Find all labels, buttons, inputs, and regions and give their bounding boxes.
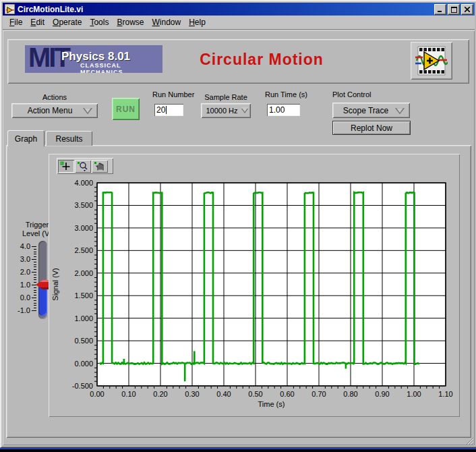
pan-tool-button[interactable] [92, 160, 108, 173]
tab-results[interactable]: Results [46, 131, 92, 146]
signal-graph: 0.000.100.200.300.400.500.600.700.800.90… [49, 154, 460, 417]
slider-scale-label: 2.0 [10, 268, 30, 276]
menu-item-window[interactable]: Window [148, 16, 185, 28]
tab-graph[interactable]: Graph [7, 130, 44, 146]
action-menu-value: Action Menu [28, 106, 73, 115]
slider-scale-label: -1.0 [10, 306, 30, 314]
svg-text:0.30: 0.30 [185, 390, 199, 398]
actions-label: Actions [11, 93, 98, 101]
labview-app-icon [5, 4, 15, 14]
svg-text:0.80: 0.80 [343, 390, 357, 398]
plot-control-value: Scope Trace [343, 106, 388, 115]
run-time-label: Run Time (s) [265, 90, 307, 98]
mit-logo-line2: CLASSICAL MECHANICS [80, 62, 162, 73]
svg-text:0.90: 0.90 [375, 390, 389, 398]
plot-control-dropdown[interactable]: Scope Trace [332, 103, 410, 118]
menu-item-edit[interactable]: Edit [26, 16, 49, 28]
menu-item-file[interactable]: File [5, 16, 26, 28]
dropdown-arrow-icon [241, 109, 248, 113]
replot-now-button[interactable]: Replot Now [332, 121, 411, 135]
svg-text:0.000: 0.000 [74, 360, 93, 368]
svg-text:1.000: 1.000 [74, 314, 93, 322]
svg-text:Signal (V): Signal (V) [51, 268, 59, 300]
svg-text:4.000: 4.000 [74, 179, 93, 187]
svg-text:1.00: 1.00 [407, 390, 421, 398]
menu-bar: FileEditOperateToolsBrowseWindowHelp [3, 16, 475, 30]
mit-logo-line1: Physics 8.01 [61, 50, 130, 63]
svg-text:-0.500: -0.500 [72, 382, 93, 390]
tab-page-graph: Trigger Level (V) 4.03.02.01.00.0-1.0 0.… [6, 145, 471, 438]
mit-logo: MIT Physics 8.01 CLASSICAL MECHANICS [25, 45, 162, 73]
menu-item-operate[interactable]: Operate [49, 16, 86, 28]
svg-text:3.000: 3.000 [74, 224, 93, 232]
page-title: Circular Motion [174, 51, 349, 69]
svg-text:0.20: 0.20 [153, 390, 167, 398]
sample-rate-label: Sample Rate [201, 93, 251, 101]
resize-grip[interactable] [465, 436, 474, 445]
svg-text:2.500: 2.500 [74, 246, 93, 254]
slider-scale-label: 1.0 [10, 281, 30, 289]
graph-palette [57, 158, 113, 174]
sample-rate-dropdown[interactable]: 10000 Hz [201, 103, 251, 118]
replot-now-label: Replot Now [351, 123, 392, 133]
run-time-value: 1.00 [269, 105, 285, 115]
action-menu-dropdown[interactable]: Action Menu [11, 103, 98, 118]
dropdown-arrow-icon [395, 108, 405, 114]
slider-scale-label: 4.0 [10, 242, 30, 250]
close-button[interactable] [461, 4, 473, 15]
plot-control-label: Plot Control [332, 90, 371, 98]
svg-text:Time (s): Time (s) [258, 400, 285, 408]
run-number-value: 20 [156, 105, 165, 115]
svg-text:0.500: 0.500 [74, 337, 93, 345]
labview-logo-icon [415, 46, 448, 76]
window-title: CircMotionLite.vi [18, 5, 83, 14]
dropdown-arrow-icon [83, 108, 92, 114]
sample-rate-value: 10000 Hz [206, 107, 237, 115]
svg-text:0.60: 0.60 [280, 390, 294, 398]
menu-item-help[interactable]: Help [185, 16, 210, 28]
slider-scale-label: 0.0 [10, 293, 30, 302]
front-panel: MIT Physics 8.01 CLASSICAL MECHANICS Cir… [3, 30, 475, 445]
maximize-button[interactable] [448, 4, 460, 15]
crosshair-tool-button[interactable] [58, 160, 74, 173]
title-bar[interactable]: CircMotionLite.vi [3, 3, 475, 16]
svg-text:0.50: 0.50 [248, 390, 262, 398]
text-caret [166, 106, 167, 114]
menu-item-tools[interactable]: Tools [86, 16, 113, 28]
run-button-label: RUN [116, 105, 136, 114]
svg-text:3.500: 3.500 [74, 201, 93, 209]
svg-text:0.40: 0.40 [216, 390, 231, 398]
slider-scale-label: 3.0 [10, 255, 30, 263]
svg-text:0.70: 0.70 [311, 390, 326, 398]
labview-logo [411, 42, 452, 80]
run-number-label: Run Number [152, 90, 194, 98]
run-number-input[interactable]: 20 [154, 104, 183, 116]
svg-text:0.00: 0.00 [90, 390, 104, 398]
svg-text:0.10: 0.10 [121, 390, 136, 398]
menu-item-browse[interactable]: Browse [113, 16, 148, 28]
svg-text:1.500: 1.500 [74, 291, 93, 300]
svg-text:2.000: 2.000 [74, 269, 93, 277]
signal-chart: 0.000.100.200.300.400.500.600.700.800.90… [49, 154, 460, 417]
zoom-tool-button[interactable] [75, 160, 91, 173]
svg-text:1.10: 1.10 [438, 390, 452, 398]
desktop-edge [0, 448, 476, 449]
run-time-input[interactable]: 1.00 [267, 104, 300, 116]
minimize-button[interactable] [434, 4, 446, 15]
run-button[interactable]: RUN [112, 98, 140, 120]
application-window: CircMotionLite.vi FileEditOperateToolsBr… [0, 0, 476, 448]
